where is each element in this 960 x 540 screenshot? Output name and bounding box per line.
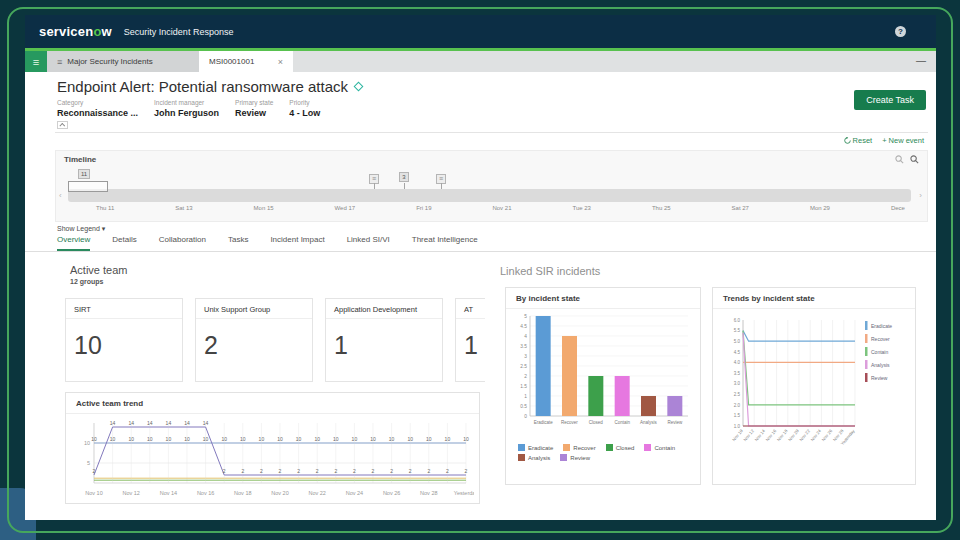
tab-details[interactable]: Details [112, 235, 136, 251]
page-title: Endpoint Alert: Potential ransomware att… [57, 78, 362, 95]
app-window: servicenow Security Incident Response ? … [25, 15, 936, 520]
tab-collaboration[interactable]: Collaboration [159, 235, 206, 251]
legend-item: Contain [644, 444, 675, 451]
svg-text:10: 10 [426, 436, 432, 442]
timeline-next-icon[interactable]: › [919, 191, 922, 200]
field-priority: Priority 4 - Low [289, 99, 320, 118]
tab-msi0001001[interactable]: MSI0001001 × [199, 51, 293, 72]
active-team-cards: SIRT 10 Unix Support Group 2 Application… [65, 298, 485, 384]
create-task-button[interactable]: Create Task [854, 90, 926, 110]
active-team-trend-chart: 5101010101010101010101010101010101010101… [66, 414, 479, 516]
show-legend-toggle[interactable]: Show Legend ▾ [57, 225, 105, 233]
marker-stem [441, 183, 442, 189]
svg-text:Nov 10: Nov 10 [85, 490, 102, 496]
team-card-unix-support-group[interactable]: Unix Support Group 2 [195, 298, 313, 382]
svg-text:2: 2 [334, 468, 337, 474]
svg-text:Eradicate: Eradicate [534, 420, 554, 425]
svg-text:2: 2 [524, 374, 527, 379]
svg-text:4.0: 4.0 [734, 360, 741, 365]
trends-by-incident-state-chart: 1.01.52.02.53.03.54.04.55.05.56.0Nov 10N… [713, 309, 915, 483]
svg-text:Yesterday: Yesterday [454, 490, 474, 496]
trends-by-incident-state-card: Trends by incident state 1.01.52.02.53.0… [712, 287, 916, 485]
legend-item: Recover [563, 444, 595, 451]
timeline-event-count-badge[interactable]: 11 [78, 169, 90, 179]
team-card-application-development[interactable]: Application Development 1 [325, 298, 443, 382]
svg-text:6.0: 6.0 [734, 318, 741, 323]
reset-link[interactable]: Reset [844, 136, 873, 145]
timeline-title: Timeline [64, 155, 96, 164]
zoom-out-icon[interactable] [895, 155, 904, 164]
svg-text:2: 2 [241, 468, 244, 474]
svg-text:10: 10 [184, 436, 190, 442]
timeline-selection[interactable] [68, 181, 108, 192]
svg-text:Review: Review [871, 375, 888, 381]
tab-incident-impact[interactable]: Incident Impact [270, 235, 324, 251]
zoom-in-icon[interactable] [910, 155, 919, 164]
team-card-clipped[interactable]: AT 1 [455, 298, 485, 382]
tab-major-security-incidents[interactable]: ≡ Major Security Incidents [47, 51, 199, 72]
marker-stem [374, 183, 375, 189]
timeline-actions: Reset + New event [844, 136, 924, 145]
svg-text:Nov 18: Nov 18 [234, 490, 251, 496]
app-header: servicenow Security Incident Response ? [25, 15, 936, 48]
svg-text:14: 14 [128, 420, 134, 426]
timeline-date-axis: Thu 11 Sat 13 Mon 15 Wed 17 Fri 19 Nov 2… [96, 205, 905, 211]
active-team-subtitle: 12 groups [70, 278, 103, 285]
tab-threat-intelligence[interactable]: Threat Intelligence [412, 235, 478, 251]
active-team-trend-card: Active team trend 5101010101010101010101… [65, 392, 480, 504]
svg-text:2: 2 [223, 468, 226, 474]
svg-text:2.5: 2.5 [734, 392, 741, 397]
linked-sir-title: Linked SIR incidents [500, 265, 600, 277]
svg-text:10: 10 [407, 436, 413, 442]
svg-text:2.5: 2.5 [520, 364, 527, 369]
field-primary-state: Primary state Review [235, 99, 273, 118]
svg-text:Review: Review [667, 420, 683, 425]
chart-title: Active team trend [66, 393, 479, 414]
tab-tasks[interactable]: Tasks [228, 235, 248, 251]
tab-linked-sivi[interactable]: Linked SI/VI [347, 235, 390, 251]
svg-text:4.5: 4.5 [734, 350, 741, 355]
svg-text:Eradicate: Eradicate [871, 323, 892, 329]
svg-text:2: 2 [353, 468, 356, 474]
chevron-down-icon: ▾ [102, 225, 106, 232]
svg-text:10: 10 [389, 436, 395, 442]
svg-text:10: 10 [221, 436, 227, 442]
svg-text:10: 10 [463, 436, 469, 442]
collapse-chevron-icon[interactable] [57, 121, 68, 129]
live-update-icon [354, 82, 364, 92]
new-event-link[interactable]: + New event [882, 136, 924, 145]
close-icon[interactable]: × [278, 57, 283, 67]
svg-text:Analysis: Analysis [871, 362, 890, 368]
timeline-prev-icon[interactable]: ‹ [59, 191, 62, 200]
servicenow-logo: servicenow [39, 24, 112, 39]
svg-text:5: 5 [524, 314, 527, 319]
svg-text:Nov 14: Nov 14 [160, 490, 177, 496]
svg-text:Analysis: Analysis [640, 420, 658, 425]
svg-text:10: 10 [240, 436, 246, 442]
legend-swatch [518, 454, 525, 461]
svg-text:10: 10 [259, 436, 265, 442]
svg-text:Nov 16: Nov 16 [197, 490, 214, 496]
svg-text:10: 10 [314, 436, 320, 442]
hamburger-menu-icon[interactable]: ≡ [25, 51, 47, 72]
svg-text:1.5: 1.5 [734, 413, 741, 418]
marker-stem [404, 183, 405, 189]
by-incident-state-card: By incident state 00.511.522.533.544.55E… [505, 287, 701, 485]
svg-text:10: 10 [296, 436, 302, 442]
timeline-band[interactable] [68, 189, 911, 202]
tab-overview[interactable]: Overview [57, 235, 90, 251]
tab-overflow-icon[interactable]: — [916, 55, 926, 66]
svg-text:Closed: Closed [589, 420, 604, 425]
svg-text:10: 10 [203, 436, 209, 442]
active-team-title: Active team [70, 264, 127, 276]
team-card-sirt[interactable]: SIRT 10 [65, 298, 183, 382]
svg-text:1.5: 1.5 [520, 384, 527, 389]
svg-text:10: 10 [445, 436, 451, 442]
svg-text:2: 2 [316, 468, 319, 474]
svg-text:0: 0 [524, 414, 527, 419]
timeline-event-count-badge[interactable]: 3 [399, 172, 409, 182]
svg-text:Nov 22: Nov 22 [308, 490, 325, 496]
help-icon[interactable]: ? [895, 26, 906, 37]
chart-title: By incident state [506, 288, 700, 309]
tab-strip: ≡ ≡ Major Security Incidents MSI0001001 … [25, 48, 936, 72]
